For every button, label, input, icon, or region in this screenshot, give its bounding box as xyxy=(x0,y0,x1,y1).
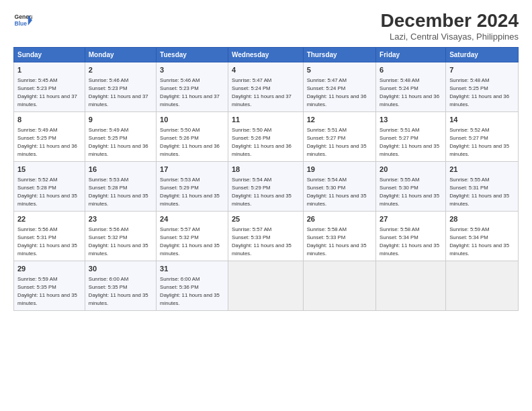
day-info: Sunrise: 5:56 AMSunset: 5:31 PMDaylight:… xyxy=(17,226,77,257)
day-number: 15 xyxy=(17,165,81,175)
day-number: 2 xyxy=(89,65,152,75)
day-number: 6 xyxy=(380,65,442,75)
calendar-cell: 9Sunrise: 5:49 AMSunset: 5:25 PMDaylight… xyxy=(85,111,156,161)
calendar-cell: 25Sunrise: 5:57 AMSunset: 5:33 PMDayligh… xyxy=(228,211,303,261)
day-number: 17 xyxy=(160,165,224,175)
day-info: Sunrise: 5:50 AMSunset: 5:26 PMDaylight:… xyxy=(232,127,292,157)
main-title: December 2024 xyxy=(381,11,519,32)
calendar-cell: 17Sunrise: 5:53 AMSunset: 5:29 PMDayligh… xyxy=(157,161,228,211)
calendar-cell: 16Sunrise: 5:53 AMSunset: 5:28 PMDayligh… xyxy=(85,161,156,211)
day-number: 29 xyxy=(17,264,81,274)
day-number: 20 xyxy=(380,165,442,175)
col-header-sunday: Sunday xyxy=(14,47,85,62)
col-header-wednesday: Wednesday xyxy=(228,47,303,62)
day-number: 4 xyxy=(232,65,300,75)
calendar-cell: 14Sunrise: 5:52 AMSunset: 5:27 PMDayligh… xyxy=(446,111,519,161)
day-number: 14 xyxy=(449,115,515,125)
day-number: 3 xyxy=(160,65,224,75)
day-number: 28 xyxy=(449,214,515,224)
day-number: 27 xyxy=(380,214,442,224)
calendar-cell: 22Sunrise: 5:56 AMSunset: 5:31 PMDayligh… xyxy=(14,211,85,261)
day-number: 23 xyxy=(89,214,152,224)
calendar-cell xyxy=(303,261,375,310)
day-info: Sunrise: 5:48 AMSunset: 5:25 PMDaylight:… xyxy=(449,77,509,107)
calendar-cell: 31Sunrise: 6:00 AMSunset: 5:36 PMDayligh… xyxy=(157,261,228,310)
logo: General Blue xyxy=(13,11,32,30)
day-info: Sunrise: 5:47 AMSunset: 5:24 PMDaylight:… xyxy=(307,77,367,107)
calendar-cell xyxy=(376,261,446,310)
calendar-cell: 10Sunrise: 5:50 AMSunset: 5:26 PMDayligh… xyxy=(157,111,228,161)
calendar-cell: 26Sunrise: 5:58 AMSunset: 5:33 PMDayligh… xyxy=(303,211,375,261)
day-number: 13 xyxy=(380,115,442,125)
calendar-row: 22Sunrise: 5:56 AMSunset: 5:31 PMDayligh… xyxy=(14,211,519,261)
calendar-row: 1Sunrise: 5:45 AMSunset: 5:23 PMDaylight… xyxy=(14,62,519,111)
day-info: Sunrise: 5:51 AMSunset: 5:27 PMDaylight:… xyxy=(307,127,367,157)
col-header-monday: Monday xyxy=(85,47,156,62)
day-info: Sunrise: 5:50 AMSunset: 5:26 PMDaylight:… xyxy=(160,127,220,157)
col-header-tuesday: Tuesday xyxy=(157,47,228,62)
day-number: 9 xyxy=(89,115,152,125)
day-number: 22 xyxy=(17,214,81,224)
day-number: 19 xyxy=(307,165,372,175)
calendar-row: 8Sunrise: 5:49 AMSunset: 5:25 PMDaylight… xyxy=(14,111,519,161)
day-number: 12 xyxy=(307,115,372,125)
day-info: Sunrise: 5:59 AMSunset: 5:35 PMDaylight:… xyxy=(17,276,77,306)
calendar-cell: 30Sunrise: 6:00 AMSunset: 5:35 PMDayligh… xyxy=(85,261,156,310)
day-info: Sunrise: 5:47 AMSunset: 5:24 PMDaylight:… xyxy=(232,77,292,107)
calendar-cell: 18Sunrise: 5:54 AMSunset: 5:29 PMDayligh… xyxy=(228,161,303,211)
calendar-cell: 24Sunrise: 5:57 AMSunset: 5:32 PMDayligh… xyxy=(157,211,228,261)
calendar-cell xyxy=(446,261,519,310)
calendar-cell: 20Sunrise: 5:55 AMSunset: 5:30 PMDayligh… xyxy=(376,161,446,211)
day-number: 30 xyxy=(89,264,152,274)
logo-icon: General Blue xyxy=(13,11,32,30)
header: General Blue December 2024 Lazi, Central… xyxy=(13,11,519,42)
day-info: Sunrise: 5:49 AMSunset: 5:25 PMDaylight:… xyxy=(17,127,77,157)
day-info: Sunrise: 5:58 AMSunset: 5:34 PMDaylight:… xyxy=(380,226,439,257)
day-number: 24 xyxy=(160,214,224,224)
day-info: Sunrise: 5:51 AMSunset: 5:27 PMDaylight:… xyxy=(380,127,439,157)
calendar-cell: 28Sunrise: 5:59 AMSunset: 5:34 PMDayligh… xyxy=(446,211,519,261)
calendar-table: SundayMondayTuesdayWednesdayThursdayFrid… xyxy=(13,47,519,311)
day-number: 10 xyxy=(160,115,224,125)
col-header-saturday: Saturday xyxy=(446,47,519,62)
day-info: Sunrise: 5:46 AMSunset: 5:23 PMDaylight:… xyxy=(89,77,148,107)
day-info: Sunrise: 5:55 AMSunset: 5:30 PMDaylight:… xyxy=(380,177,439,207)
day-info: Sunrise: 5:45 AMSunset: 5:23 PMDaylight:… xyxy=(17,77,77,107)
calendar-cell: 23Sunrise: 5:56 AMSunset: 5:32 PMDayligh… xyxy=(85,211,156,261)
day-number: 11 xyxy=(232,115,300,125)
day-number: 8 xyxy=(17,115,81,125)
subtitle: Lazi, Central Visayas, Philippines xyxy=(381,32,519,42)
day-info: Sunrise: 5:56 AMSunset: 5:32 PMDaylight:… xyxy=(89,226,148,257)
day-number: 7 xyxy=(449,65,515,75)
day-info: Sunrise: 6:00 AMSunset: 5:35 PMDaylight:… xyxy=(89,276,148,306)
day-number: 1 xyxy=(17,65,81,75)
calendar-cell: 11Sunrise: 5:50 AMSunset: 5:26 PMDayligh… xyxy=(228,111,303,161)
day-info: Sunrise: 5:58 AMSunset: 5:33 PMDaylight:… xyxy=(307,226,367,257)
svg-text:Blue: Blue xyxy=(15,20,28,27)
day-info: Sunrise: 5:54 AMSunset: 5:29 PMDaylight:… xyxy=(232,177,292,207)
day-number: 16 xyxy=(89,165,152,175)
day-info: Sunrise: 5:49 AMSunset: 5:25 PMDaylight:… xyxy=(89,127,148,157)
calendar-cell: 6Sunrise: 5:48 AMSunset: 5:24 PMDaylight… xyxy=(376,62,446,111)
day-info: Sunrise: 5:46 AMSunset: 5:23 PMDaylight:… xyxy=(160,77,220,107)
calendar-cell: 4Sunrise: 5:47 AMSunset: 5:24 PMDaylight… xyxy=(228,62,303,111)
day-info: Sunrise: 5:55 AMSunset: 5:31 PMDaylight:… xyxy=(449,177,509,207)
col-header-friday: Friday xyxy=(376,47,446,62)
title-block: December 2024 Lazi, Central Visayas, Phi… xyxy=(381,11,519,42)
calendar-cell: 7Sunrise: 5:48 AMSunset: 5:25 PMDaylight… xyxy=(446,62,519,111)
day-info: Sunrise: 5:54 AMSunset: 5:30 PMDaylight:… xyxy=(307,177,367,207)
day-number: 25 xyxy=(232,214,300,224)
calendar-cell: 27Sunrise: 5:58 AMSunset: 5:34 PMDayligh… xyxy=(376,211,446,261)
calendar-row: 15Sunrise: 5:52 AMSunset: 5:28 PMDayligh… xyxy=(14,161,519,211)
day-info: Sunrise: 5:48 AMSunset: 5:24 PMDaylight:… xyxy=(380,77,439,107)
calendar-cell: 8Sunrise: 5:49 AMSunset: 5:25 PMDaylight… xyxy=(14,111,85,161)
day-number: 26 xyxy=(307,214,372,224)
day-info: Sunrise: 5:57 AMSunset: 5:32 PMDaylight:… xyxy=(160,226,220,257)
calendar-cell: 21Sunrise: 5:55 AMSunset: 5:31 PMDayligh… xyxy=(446,161,519,211)
day-number: 18 xyxy=(232,165,300,175)
day-number: 21 xyxy=(449,165,515,175)
page: General Blue December 2024 Lazi, Central… xyxy=(0,0,532,411)
calendar-cell: 19Sunrise: 5:54 AMSunset: 5:30 PMDayligh… xyxy=(303,161,375,211)
calendar-cell: 29Sunrise: 5:59 AMSunset: 5:35 PMDayligh… xyxy=(14,261,85,310)
day-info: Sunrise: 6:00 AMSunset: 5:36 PMDaylight:… xyxy=(160,276,220,306)
